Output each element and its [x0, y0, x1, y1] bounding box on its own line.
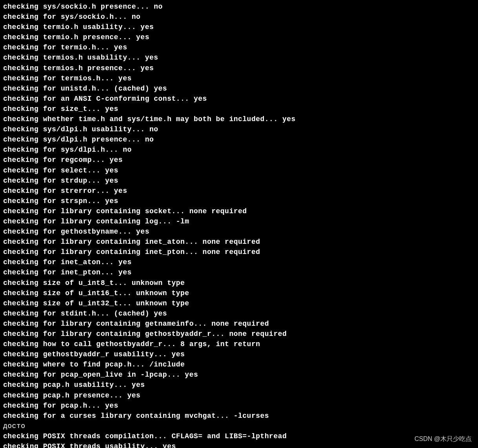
terminal-line: checking for sys/dlpi.h... no	[3, 145, 475, 155]
terminal-line: checking for library containing inet_pto…	[3, 247, 475, 257]
terminal-line: checking for library containing getnamei…	[3, 319, 475, 329]
terminal-line: checking for pcap.h... yes	[3, 401, 475, 411]
terminal-output: checking sys/sockio.h presence... no che…	[3, 2, 475, 448]
terminal-line: checking for stdint.h... (cached) yes	[3, 308, 475, 319]
terminal-line: checking for library containing inet_ato…	[3, 237, 475, 247]
terminal-line: checking pcap.h presence... yes	[3, 390, 475, 401]
terminal-line: checking for strspn... yes	[3, 196, 475, 206]
terminal-line: checking size of u_int8_t... unknown typ…	[3, 278, 475, 288]
terminal-line: checking how to call gethostbyaddr_r... …	[3, 339, 475, 349]
terminal-line: checking for a curses library containing…	[3, 411, 475, 421]
terminal-line: checking for size_t... yes	[3, 104, 475, 114]
terminal-line: checking where to find pcap.h... /includ…	[3, 359, 475, 370]
terminal-line: checking POSIX threads compilation... CF…	[3, 431, 475, 441]
terminal-line: checking for select... yes	[3, 165, 475, 176]
terminal-line: checking termios.h presence... yes	[3, 63, 475, 73]
terminal-line: checking for inet_aton... yes	[3, 257, 475, 267]
terminal-line: checking sys/sockio.h presence... no	[3, 2, 475, 12]
watermark-text: CSDN @木只少吃点	[414, 434, 472, 443]
terminal-line: checking for inet_pton... yes	[3, 267, 475, 278]
terminal-line: checking termio.h presence... yes	[3, 32, 475, 42]
terminal-line: checking pcap.h usability... yes	[3, 380, 475, 390]
terminal-line: checking whether time.h and sys/time.h m…	[3, 114, 475, 124]
terminal-line: checking for regcomp... yes	[3, 155, 475, 165]
terminal-line: checking for sys/sockio.h... no	[3, 12, 475, 22]
terminal-line: checking for termios.h... yes	[3, 73, 475, 83]
terminal-line: checking termios.h usability... yes	[3, 53, 475, 63]
terminal-line: checking sys/dlpi.h presence... no	[3, 134, 475, 145]
terminal-line: checking sys/dlpi.h usability... no	[3, 124, 475, 134]
terminal-line: checking for an ANSI C-conforming const.…	[3, 94, 475, 104]
terminal-line: checking for termio.h... yes	[3, 42, 475, 53]
terminal-line: checking for strerror... yes	[3, 186, 475, 196]
terminal-line: checking for library containing socket..…	[3, 206, 475, 216]
terminal-line: checking for library containing gethostb…	[3, 329, 475, 339]
terminal-line: checking POSIX threads usability... yes	[3, 441, 475, 448]
terminal-line: checking for unistd.h... (cached) yes	[3, 83, 475, 94]
terminal-line: checking for strdup... yes	[3, 176, 475, 186]
terminal-line: checking size of u_int32_t... unknown ty…	[3, 298, 475, 308]
terminal-line: checking gethostbyaddr_r usability... ye…	[3, 349, 475, 359]
terminal-line: checking for library containing log... -…	[3, 216, 475, 227]
terminal-line: checking for pcap_open_live in -lpcap...…	[3, 370, 475, 380]
terminal-line: checking termio.h usability... yes	[3, 22, 475, 32]
terminal-line: checking for gethostbyname... yes	[3, 227, 475, 237]
terminal-line: checking size of u_int16_t... unknown ty…	[3, 288, 475, 298]
